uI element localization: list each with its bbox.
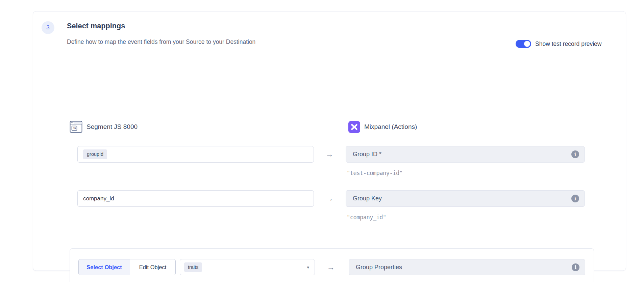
svg-text:JS: JS <box>73 127 76 130</box>
page-title: Select mappings <box>67 22 125 30</box>
object-mode-button-group: Select Object Edit Object <box>78 259 176 275</box>
info-icon[interactable]: i <box>571 195 579 202</box>
dest-field-group-id[interactable]: Group ID * i <box>346 146 585 163</box>
segment-js-source-icon: JS <box>70 121 82 133</box>
dest-field-label: Group Properties <box>356 264 402 271</box>
source-endpoint: JS Segment JS 8000 <box>70 120 138 133</box>
dest-field-label: Group Key <box>353 195 382 202</box>
select-mappings-card: 3 Select mappings Define how to map the … <box>33 11 626 271</box>
section-divider <box>70 233 594 233</box>
arrow-right-icon: → <box>323 190 336 207</box>
source-field-text: company_id <box>83 195 114 202</box>
dest-field-label: Group ID * <box>353 151 381 158</box>
mixpanel-icon <box>348 121 360 133</box>
dest-field-group-key[interactable]: Group Key i <box>346 190 585 207</box>
arrow-right-icon: → <box>324 259 338 275</box>
info-icon[interactable]: i <box>572 263 579 271</box>
toggle-label: Show test record preview <box>535 40 601 48</box>
page-subtitle: Define how to map the event fields from … <box>67 38 255 46</box>
destination-name: Mixpanel (Actions) <box>364 123 417 131</box>
arrow-right-icon: → <box>323 146 336 163</box>
test-record-preview-control: Show test record preview <box>516 40 601 48</box>
chevron-down-icon: ▾ <box>307 265 309 270</box>
dest-field-group-properties[interactable]: Group Properties i <box>349 259 585 275</box>
source-field-input-company-id[interactable]: company_id <box>77 190 314 207</box>
edit-object-button[interactable]: Edit Object <box>130 259 175 275</box>
source-name: Segment JS 8000 <box>86 123 138 131</box>
object-source-dropdown[interactable]: traits ▾ <box>180 259 315 275</box>
select-object-button[interactable]: Select Object <box>79 259 130 275</box>
object-mapping-box: Select Object Edit Object traits ▾ → Gro… <box>70 248 594 282</box>
show-test-record-preview-toggle[interactable] <box>516 40 531 48</box>
test-record-preview-value: "company_id" <box>347 214 386 222</box>
step-number-badge: 3 <box>42 21 54 34</box>
info-icon[interactable]: i <box>571 150 579 158</box>
source-field-chip[interactable]: groupId <box>83 149 107 159</box>
toggle-knob-icon <box>524 41 530 47</box>
source-field-input-groupid[interactable]: groupId <box>77 146 314 163</box>
card-header: 3 Select mappings Define how to map the … <box>33 11 626 56</box>
destination-endpoint: Mixpanel (Actions) <box>348 120 417 133</box>
test-record-preview-value: "test-company-id" <box>347 170 403 178</box>
dropdown-value-chip: traits <box>184 262 202 272</box>
